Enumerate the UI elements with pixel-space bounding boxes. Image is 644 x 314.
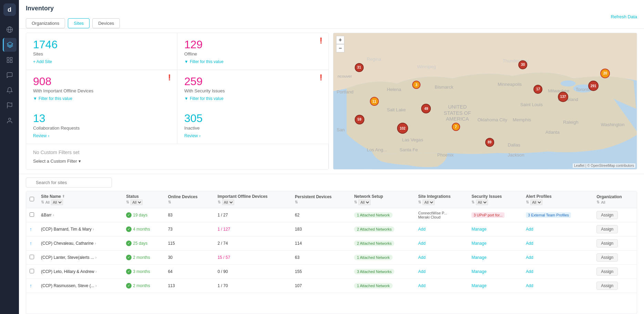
row-security-issues: Manage (468, 236, 522, 250)
stat-security: ❗ 259 With Security Issues ▼ Filter for … (177, 70, 329, 107)
filter-status[interactable]: All (131, 200, 143, 205)
alert-profiles-add-link[interactable]: Add (526, 241, 533, 246)
svg-text:San: San (336, 127, 344, 132)
integrations-add-link[interactable]: Add (418, 255, 425, 260)
status-dot-icon: ✓ (126, 241, 132, 246)
map-marker-3[interactable]: 3 (412, 81, 420, 89)
assign-button[interactable]: Assign (596, 253, 618, 262)
map-zoom-out[interactable]: − (336, 44, 344, 52)
select-custom-filter[interactable]: Select a Custom Filter ▾ (33, 159, 321, 164)
select-all-checkbox[interactable] (30, 197, 34, 201)
row-alert-profiles: Add (522, 264, 593, 278)
map-marker-31[interactable]: 31 (355, 63, 364, 72)
security-badge: 3 UPnP port for... (471, 212, 505, 218)
refresh-link[interactable]: Refresh Data (611, 14, 637, 19)
row-organization: Assign (593, 208, 637, 222)
filter-important-offline[interactable]: All (222, 200, 234, 205)
row-alert-profiles: Add (522, 278, 593, 293)
row-checkbox[interactable] (30, 212, 34, 217)
row-network-setup: 1 Attached Network (351, 208, 415, 222)
search-input[interactable] (26, 178, 112, 188)
security-filter[interactable]: ▼ Filter for this value (184, 96, 322, 101)
row-chevron-icon: › (95, 269, 97, 274)
map-marker-291[interactable]: 291 (588, 81, 599, 91)
up-arrow-icon: ↑ (30, 283, 32, 288)
sidebar-icon-list[interactable] (3, 53, 17, 67)
row-site-name[interactable]: &Barr › (38, 208, 123, 222)
alert-profiles-add-link[interactable]: Add (526, 269, 533, 274)
map-attribution: Leaflet | © OpenStreetMap contributors (573, 163, 635, 168)
filter-alert-profiles[interactable]: All (530, 200, 542, 205)
row-site-name[interactable]: (CCP) Rasmussen, Steve (... › (38, 278, 123, 293)
sidebar-icon-flag[interactable] (3, 99, 17, 112)
row-network-setup: 2 Attached Networks (351, 236, 415, 250)
data-table: Site Name ⬆ ⇅ All All Status (26, 191, 637, 314)
security-manage-link[interactable]: Manage (471, 255, 486, 260)
sidebar-icon-user[interactable] (3, 114, 17, 128)
integrations-add-link[interactable]: Add (418, 227, 425, 232)
integrations-add-link[interactable]: Add (418, 269, 425, 274)
alert-profiles-add-link[interactable]: Add (526, 283, 533, 288)
map-marker-20[interactable]: 20 (600, 69, 610, 78)
tab-sites[interactable]: Sites (68, 18, 90, 28)
filter-site-integrations[interactable]: All (423, 200, 435, 205)
map-marker-89[interactable]: 89 (485, 138, 494, 147)
row-chevron-icon: › (95, 255, 96, 260)
map-zoom-in[interactable]: + (336, 36, 344, 44)
row-chevron-icon: › (95, 241, 96, 246)
svg-text:Atlanta: Atlanta (546, 130, 560, 135)
important-offline-filter[interactable]: ▼ Filter for this value (33, 96, 170, 101)
assign-button[interactable]: Assign (596, 225, 618, 233)
sidebar-icon-chat[interactable] (3, 68, 17, 82)
row-site-name[interactable]: (CCP) Barnard, Tim & Mary › (38, 222, 123, 236)
assign-button[interactable]: Assign (596, 211, 618, 219)
filter-network-setup[interactable]: All (359, 200, 371, 205)
alert-profiles-add-link[interactable]: Add (526, 255, 533, 260)
row-site-name[interactable]: (CCP) Lanter, Steve(alerts ... › (38, 250, 123, 264)
row-persistent-devices: 183 (291, 222, 351, 236)
row-site-name[interactable]: (CCP) Chevaleau, Catharine › (38, 236, 123, 250)
assign-button[interactable]: Assign (596, 239, 618, 247)
security-manage-link[interactable]: Manage (471, 227, 486, 232)
collab-review[interactable]: Review › (33, 133, 170, 138)
row-online-devices: 83 (165, 208, 214, 222)
row-checkbox[interactable] (30, 255, 34, 259)
assign-button[interactable]: Assign (596, 282, 618, 290)
filter-security-issues[interactable]: All (476, 200, 488, 205)
map-marker-11[interactable]: 11 (370, 97, 379, 106)
map-marker-137[interactable]: 137 (558, 92, 568, 102)
sort-icon-site-name[interactable]: ⬆ (62, 194, 65, 198)
map-marker-7[interactable]: 7 (452, 123, 460, 131)
svg-text:Salt Lake: Salt Lake (387, 107, 406, 112)
integrations-add-link[interactable]: Add (418, 283, 425, 288)
svg-marker-3 (7, 42, 13, 46)
inactive-review[interactable]: Review › (184, 133, 322, 138)
svg-text:Los Ang...: Los Ang... (367, 147, 387, 152)
assign-button[interactable]: Assign (596, 267, 618, 276)
sidebar-icon-bell[interactable] (3, 83, 17, 97)
row-important-offline: 2 / 74 (214, 236, 292, 250)
security-manage-link[interactable]: Manage (471, 241, 486, 246)
th-important-offline: Important Offline Devices ⇅ All (214, 191, 292, 208)
row-online-devices: 73 (165, 222, 214, 236)
row-organization: Assign (593, 278, 637, 293)
stat-inactive: 305 Inactive Review › (177, 107, 329, 144)
map-marker-59[interactable]: 59 (355, 115, 364, 124)
sidebar-icon-layers[interactable] (3, 38, 17, 52)
main-content: Inventory Organizations Sites Devices Re… (19, 0, 644, 314)
offline-filter[interactable]: ▼ Filter for this value (184, 59, 322, 64)
integrations-add-link[interactable]: Add (418, 241, 425, 246)
add-site-action[interactable]: + Add Site (33, 59, 170, 64)
alert-profiles-add-link[interactable]: Add (526, 227, 533, 232)
status-dot-icon: ✓ (126, 226, 132, 232)
row-checkbox[interactable] (30, 269, 34, 273)
row-site-name[interactable]: (CCP) Leto, Hillary & Andrew › (38, 264, 123, 278)
security-manage-link[interactable]: Manage (471, 269, 486, 274)
svg-text:Jackson: Jackson (508, 152, 524, 158)
svg-text:Dallas: Dallas (508, 142, 520, 148)
sidebar-icon-globe[interactable] (3, 23, 17, 37)
tab-organizations[interactable]: Organizations (26, 18, 65, 28)
security-manage-link[interactable]: Manage (471, 283, 486, 288)
filter-site-name[interactable]: All (51, 200, 63, 205)
tab-devices[interactable]: Devices (92, 18, 120, 28)
